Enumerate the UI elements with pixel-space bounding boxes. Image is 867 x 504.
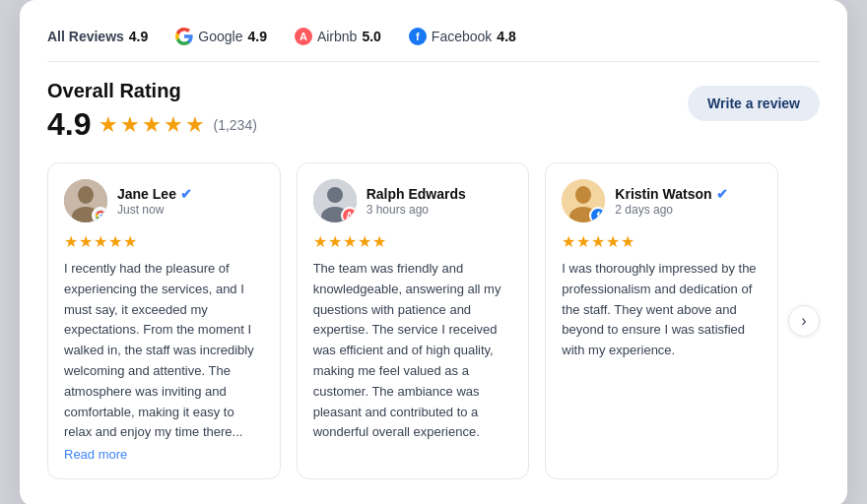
- write-review-button[interactable]: Write a review: [688, 86, 820, 121]
- read-more-link-1[interactable]: Read more: [64, 447, 127, 462]
- overall-stars: ★ ★ ★ ★ ★: [99, 112, 205, 138]
- card-header-3: f Kristin Watson ✔ 2 days ago: [562, 179, 762, 222]
- tab-all-rating: 4.9: [129, 29, 148, 44]
- review-card-2: A Ralph Edwards 3 hours ago ★ ★ ★ ★ ★: [297, 162, 530, 479]
- star-4: ★: [164, 112, 183, 138]
- reviewer-info-3: Kristin Watson ✔ 2 days ago: [615, 186, 762, 217]
- big-rating-score: 4.9: [47, 106, 91, 143]
- tab-google-rating: 4.9: [247, 29, 266, 44]
- review-count: (1,234): [213, 117, 256, 133]
- avatar-3: f: [562, 179, 605, 222]
- star-3: ★: [142, 112, 162, 138]
- overall-label: Overall Rating: [47, 80, 257, 102]
- card-text-3: I was thoroughly impressed by the profes…: [562, 259, 762, 361]
- tab-facebook-rating: 4.8: [497, 29, 515, 44]
- reviews-cards: Jane Lee ✔ Just now ★ ★ ★ ★ ★ I recently…: [47, 162, 778, 479]
- verified-icon-3: ✔: [716, 186, 728, 202]
- reviewer-name-3: Kristin Watson: [615, 186, 711, 202]
- reviewer-time-2: 3 hours ago: [367, 203, 513, 217]
- card-header-2: A Ralph Edwards 3 hours ago: [313, 179, 513, 222]
- avatar-badge-airbnb-2: A: [341, 207, 357, 222]
- avatar-badge-google-1: [92, 207, 107, 222]
- tab-airbnb[interactable]: A Airbnb 5.0: [281, 24, 395, 49]
- facebook-icon: f: [409, 28, 427, 45]
- tabs-bar: All Reviews 4.9 Google 4.9 A Airbnb 5.0: [47, 24, 820, 62]
- tab-airbnb-rating: 5.0: [362, 29, 380, 44]
- reviewer-time-3: 2 days ago: [615, 203, 762, 217]
- reviews-carousel: Jane Lee ✔ Just now ★ ★ ★ ★ ★ I recently…: [47, 162, 820, 479]
- tab-google[interactable]: Google 4.9: [162, 24, 281, 49]
- card-stars-1: ★ ★ ★ ★ ★: [64, 232, 264, 251]
- reviews-widget: All Reviews 4.9 Google 4.9 A Airbnb 5.0: [20, 0, 847, 504]
- avatar-2: A: [313, 179, 357, 222]
- card-header-1: Jane Lee ✔ Just now: [64, 179, 264, 222]
- overall-rating-section: Overall Rating 4.9 ★ ★ ★ ★ ★ (1,234) Wri…: [47, 80, 820, 143]
- reviewer-time-1: Just now: [117, 203, 264, 217]
- card-text-2: The team was friendly and knowledgeable,…: [313, 259, 513, 443]
- tab-facebook-label: Facebook: [432, 29, 492, 44]
- tab-all-reviews[interactable]: All Reviews 4.9: [47, 25, 162, 48]
- reviewer-name-row-2: Ralph Edwards: [367, 186, 513, 202]
- card-stars-2: ★ ★ ★ ★ ★: [313, 232, 513, 251]
- star-5: ★: [185, 112, 205, 138]
- avatar-1: [64, 179, 107, 222]
- reviewer-name-row-1: Jane Lee ✔: [117, 186, 264, 202]
- rating-row: 4.9 ★ ★ ★ ★ ★ (1,234): [47, 106, 257, 143]
- avatar-badge-fb-3: f: [589, 207, 605, 222]
- reviewer-name-2: Ralph Edwards: [367, 186, 466, 202]
- svg-point-1: [78, 186, 94, 204]
- reviewer-info-2: Ralph Edwards 3 hours ago: [367, 186, 513, 217]
- verified-icon-1: ✔: [180, 186, 192, 202]
- next-button[interactable]: ›: [788, 305, 820, 337]
- tab-all-label: All Reviews: [47, 29, 124, 44]
- review-card-3: f Kristin Watson ✔ 2 days ago ★ ★ ★ ★: [545, 162, 778, 479]
- svg-point-7: [575, 186, 591, 204]
- tab-google-label: Google: [198, 29, 242, 44]
- star-2: ★: [120, 112, 140, 138]
- tab-facebook[interactable]: f Facebook 4.8: [395, 24, 530, 49]
- tab-airbnb-label: Airbnb: [317, 29, 357, 44]
- rating-info: Overall Rating 4.9 ★ ★ ★ ★ ★ (1,234): [47, 80, 257, 143]
- reviewer-info-1: Jane Lee ✔ Just now: [117, 186, 264, 217]
- reviewer-name-1: Jane Lee: [117, 186, 176, 202]
- svg-point-4: [327, 187, 343, 203]
- star-1: ★: [99, 112, 118, 138]
- review-card-1: Jane Lee ✔ Just now ★ ★ ★ ★ ★ I recently…: [47, 162, 281, 479]
- card-stars-3: ★ ★ ★ ★ ★: [562, 232, 762, 251]
- card-text-1: I recently had the pleasure of experienc…: [64, 259, 264, 443]
- reviewer-name-row-3: Kristin Watson ✔: [615, 186, 762, 202]
- google-icon: [175, 28, 193, 45]
- airbnb-icon: A: [295, 28, 312, 45]
